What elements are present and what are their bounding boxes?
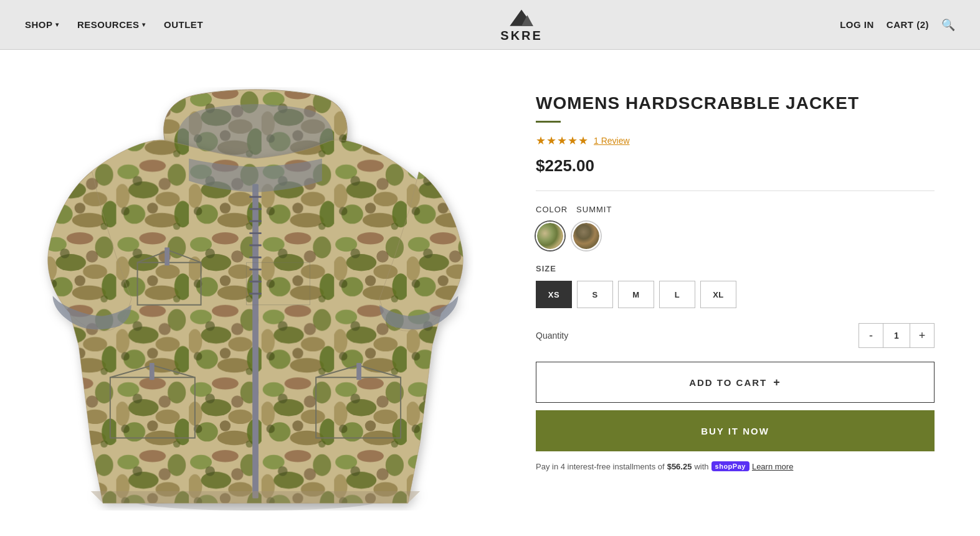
size-btn-m[interactable]: M — [618, 281, 654, 308]
color-section: COLOR SUMMIT — [536, 205, 935, 250]
plus-icon: + — [773, 376, 781, 389]
product-image-area — [12, 75, 498, 523]
nav-login-label: LOG IN — [840, 19, 874, 30]
title-underline — [536, 121, 561, 123]
buy-now-label: BUY IT NOW — [701, 426, 769, 436]
svg-rect-27 — [249, 293, 261, 294]
color-swatch-summit[interactable] — [536, 222, 564, 250]
nav-shop[interactable]: SHOP ▾ — [25, 19, 59, 30]
size-section: SIZE XS S M L XL — [536, 264, 935, 308]
size-btn-s[interactable]: S — [577, 281, 613, 308]
color-swatches — [536, 222, 935, 250]
svg-rect-19 — [249, 196, 261, 198]
nav-outlet[interactable]: OUTLET — [164, 19, 203, 30]
size-btn-xs[interactable]: XS — [536, 281, 572, 308]
nav-outlet-label: OUTLET — [164, 19, 203, 30]
product-image — [37, 87, 473, 510]
nav-resources[interactable]: RESOURCES ▾ — [77, 19, 145, 30]
svg-rect-18 — [252, 184, 259, 498]
product-price: $225.00 — [536, 156, 935, 176]
mountain-logo-icon — [506, 7, 537, 29]
product-image-svg — [37, 87, 473, 510]
quantity-increase-button[interactable]: + — [910, 324, 934, 347]
nav-cart-label: CART (2) — [887, 19, 929, 30]
color-swatch-alternate[interactable] — [572, 222, 601, 250]
swatch-summit-color — [537, 223, 563, 249]
svg-rect-21 — [249, 220, 261, 222]
main-content: WOMENS HARDSCRABBLE JACKET ★★★★★ 1 Revie… — [0, 50, 980, 536]
size-btn-xl[interactable]: XL — [700, 281, 736, 308]
quantity-value: 1 — [883, 324, 910, 347]
svg-rect-22 — [249, 232, 261, 234]
chevron-down-icon: ▾ — [142, 21, 146, 28]
shop-pay-text-1: Pay in 4 interest-free installments of — [536, 462, 665, 471]
shop-pay-badge: shopPay — [711, 461, 749, 471]
size-buttons: XS S M L XL — [536, 281, 935, 308]
quantity-row: Quantity - 1 + — [536, 323, 935, 348]
quantity-decrease-button[interactable]: - — [859, 324, 883, 347]
reviews-row: ★★★★★ 1 Review — [536, 134, 935, 148]
add-to-cart-button[interactable]: ADD TO CART + — [536, 362, 935, 403]
star-rating: ★★★★★ — [536, 134, 589, 148]
quantity-controls: - 1 + — [859, 323, 935, 348]
color-label: COLOR SUMMIT — [536, 205, 935, 214]
swatch-alternate-color — [573, 223, 599, 249]
navbar: SHOP ▾ RESOURCES ▾ OUTLET SKRE LOG IN CA… — [0, 0, 980, 50]
size-btn-l[interactable]: L — [659, 281, 695, 308]
product-details: WOMENS HARDSCRABBLE JACKET ★★★★★ 1 Revie… — [536, 75, 935, 523]
shop-pay-row: Pay in 4 interest-free installments of $… — [536, 461, 935, 471]
nav-resources-label: RESOURCES — [77, 19, 140, 30]
product-title: WOMENS HARDSCRABBLE JACKET — [536, 93, 935, 113]
size-label: SIZE — [536, 264, 935, 273]
search-icon[interactable]: 🔍 — [941, 18, 955, 32]
shop-pay-text-2: with — [694, 462, 708, 471]
learn-more-link[interactable]: Learn more — [752, 462, 793, 471]
chevron-down-icon: ▾ — [55, 21, 59, 28]
review-count[interactable]: 1 Review — [594, 136, 630, 146]
buy-now-button[interactable]: BUY IT NOW — [536, 410, 935, 451]
nav-right: LOG IN CART (2) 🔍 — [840, 18, 955, 32]
shop-pay-amount: $56.25 — [667, 462, 692, 471]
svg-rect-20 — [249, 208, 261, 210]
svg-rect-23 — [249, 245, 261, 247]
nav-logo[interactable]: SKRE — [500, 7, 543, 43]
svg-rect-25 — [249, 268, 261, 270]
nav-cart[interactable]: CART (2) — [887, 19, 929, 30]
price-divider — [536, 190, 935, 191]
quantity-label: Quantity — [536, 331, 568, 341]
svg-rect-26 — [249, 281, 261, 283]
svg-rect-24 — [249, 256, 261, 258]
logo-text: SKRE — [500, 29, 543, 43]
add-to-cart-label: ADD TO CART — [689, 377, 767, 388]
svg-rect-30 — [356, 363, 361, 380]
nav-left: SHOP ▾ RESOURCES ▾ OUTLET — [25, 19, 203, 30]
svg-rect-29 — [150, 363, 155, 380]
nav-login[interactable]: LOG IN — [840, 19, 874, 30]
nav-shop-label: SHOP — [25, 19, 53, 30]
svg-rect-28 — [164, 247, 169, 265]
